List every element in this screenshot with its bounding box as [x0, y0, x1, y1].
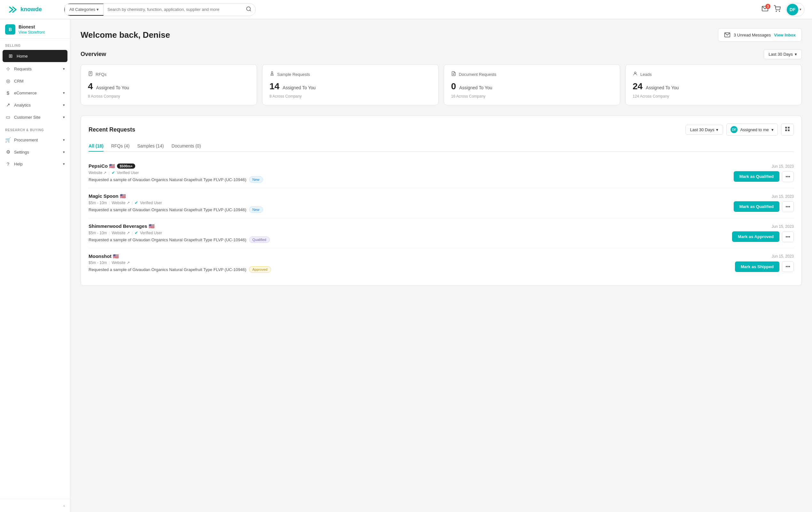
leads-label: Leads — [640, 72, 651, 77]
rfqs-company-stat: 8 Across Company — [88, 94, 250, 99]
more-options-button[interactable]: ••• — [782, 171, 794, 182]
request-description-magic-spoon: Requested a sample of Givaudan Organics … — [89, 207, 729, 213]
documents-assigned-label: Assigned To You — [459, 85, 492, 90]
search-category-dropdown[interactable]: All Categories ▾ — [64, 3, 104, 16]
tab-rfqs[interactable]: RFQs (4) — [111, 141, 130, 152]
view-inbox-link[interactable]: View Inbox — [774, 33, 796, 37]
chevron-down-icon: ▾ — [772, 127, 774, 132]
requests-icon: ⊹ — [5, 66, 11, 72]
website-link[interactable]: Website ↗ — [112, 261, 129, 265]
leads-icon — [633, 71, 638, 77]
recent-requests-title: Recent Requests — [89, 127, 135, 133]
sidebar-item-ecommerce[interactable]: $ eCommerce ▾ — [0, 87, 70, 99]
help-icon: ? — [5, 161, 11, 167]
samples-assigned-label: Assigned To You — [283, 85, 316, 90]
tab-documents[interactable]: Documents (0) — [172, 141, 201, 152]
overview-period-label: Last 30 Days — [768, 52, 793, 57]
svg-rect-14 — [785, 127, 787, 128]
request-info-magic-spoon: Magic Spoon 🇺🇸 $5m - 10m | Website ↗ | ✔… — [89, 193, 729, 213]
tab-all[interactable]: All (18) — [89, 141, 104, 152]
verified-icon: ✔ — [135, 231, 138, 235]
request-meta-pepsico: Website ↗ | ✔ Verified User — [89, 170, 729, 175]
recent-requests-section: Recent Requests Last 30 Days ▾ DF Assign… — [81, 115, 802, 286]
grid-view-button[interactable] — [781, 124, 794, 136]
sidebar-item-crm[interactable]: ◎ CRM — [0, 75, 70, 87]
overview-title: Overview — [81, 51, 106, 58]
request-right-shimmerwood: Jun 15, 2023 Mark as Approved ••• — [732, 224, 794, 242]
documents-label: Document Requests — [459, 72, 496, 77]
overview-cards: RFQs 4 Assigned To You 8 Across Company … — [81, 64, 802, 105]
search-button[interactable] — [242, 3, 255, 16]
tab-samples[interactable]: Samples (14) — [137, 141, 164, 152]
list-item: Magic Spoon 🇺🇸 $5m - 10m | Website ↗ | ✔… — [89, 188, 794, 218]
sidebar-item-analytics[interactable]: ↗ Analytics ▾ — [0, 99, 70, 111]
leads-company-stat: 124 Across Company — [633, 94, 794, 99]
request-right-magic-spoon: Jun 15, 2023 Mark as Qualified ••• — [734, 194, 794, 212]
assigned-to-me-dropdown[interactable]: DF Assigned to me ▾ — [726, 124, 778, 136]
documents-company-stat: 16 Across Company — [451, 94, 613, 99]
svg-rect-17 — [788, 130, 790, 131]
sidebar-item-label: Customer Site — [14, 115, 40, 120]
card-header-leads: Leads — [633, 71, 794, 77]
sidebar-item-label: Help — [14, 162, 23, 166]
chevron-down-icon: ▾ — [800, 7, 802, 11]
sidebar-item-procurement[interactable]: 🛒 Procurement ▾ — [0, 134, 70, 146]
sidebar-brand: B Bionest View Storefront — [0, 19, 70, 39]
request-actions-pepsico: Mark as Qualified ••• — [734, 171, 794, 182]
list-item: Shimmerwood Beverages 🇺🇸 $5m - 10m | Web… — [89, 218, 794, 248]
request-date-magic-spoon: Jun 15, 2023 — [765, 194, 794, 199]
category-label: All Categories — [69, 7, 95, 12]
search-icon — [246, 6, 252, 12]
verified-icon: ✔ — [112, 170, 115, 175]
assigned-avatar: DF — [730, 126, 737, 133]
svg-point-3 — [779, 11, 780, 11]
mark-as-shipped-button[interactable]: Mark as Shipped — [735, 262, 779, 272]
more-options-button[interactable]: ••• — [782, 231, 794, 242]
mail-button[interactable]: 3 — [761, 5, 768, 14]
brand-name: Bionest — [19, 24, 45, 29]
recent-period-dropdown[interactable]: Last 30 Days ▾ — [686, 125, 723, 135]
sidebar: B Bionest View Storefront SELLING ⊞ Home… — [0, 19, 70, 512]
mark-as-qualified-button[interactable]: Mark as Qualified — [734, 201, 780, 212]
company-name-shimmerwood: Shimmerwood Beverages 🇺🇸 — [89, 223, 727, 229]
mark-as-approved-button[interactable]: Mark as Approved — [732, 231, 779, 242]
verified-label: Verified User — [140, 200, 162, 205]
sidebar-item-home[interactable]: ⊞ Home — [3, 50, 67, 62]
view-storefront-link[interactable]: View Storefront — [19, 30, 45, 34]
website-link[interactable]: Website ↗ — [112, 200, 129, 205]
cart-button[interactable] — [774, 5, 781, 14]
sidebar-item-customer-site[interactable]: ▭ Customer Site ▾ — [0, 111, 70, 123]
mark-as-qualified-button[interactable]: Mark as Qualified — [734, 171, 780, 182]
logo-text: knowde — [21, 6, 42, 13]
card-header-rfqs: RFQs — [88, 71, 250, 77]
svg-point-2 — [776, 11, 777, 11]
chevron-down-icon: ▾ — [795, 52, 797, 57]
mail-icon — [724, 32, 730, 38]
svg-point-13 — [634, 72, 636, 74]
search-input[interactable] — [104, 3, 242, 16]
procurement-icon: 🛒 — [5, 137, 11, 143]
overview-period-dropdown[interactable]: Last 30 Days ▾ — [764, 49, 802, 59]
grid-icon — [784, 126, 790, 132]
request-right-pepsico: Jun 15, 2023 Mark as Qualified ••• — [734, 164, 794, 182]
sidebar-collapse-button[interactable]: ‹ — [0, 499, 70, 512]
sidebar-item-label: Requests — [14, 66, 32, 71]
request-description-pepsico: Requested a sample of Givaudan Organics … — [89, 176, 729, 183]
request-meta-shimmerwood: $5m - 10m | Website ↗ | ✔ Verified User — [89, 231, 727, 235]
more-options-button[interactable]: ••• — [782, 261, 794, 272]
samples-stat: 14 — [269, 81, 280, 91]
sidebar-item-settings[interactable]: ⚙ Settings ▾ — [0, 146, 70, 158]
rfqs-assigned-label: Assigned To You — [96, 85, 129, 90]
website-link[interactable]: Website ↗ — [112, 231, 129, 235]
request-info-moonshot: Moonshot 🇺🇸 $5m - 10m | Website ↗ Reques… — [89, 253, 730, 273]
top-navigation: knowde All Categories ▾ 3 DF ▾ — [0, 0, 812, 19]
request-actions-magic-spoon: Mark as Qualified ••• — [734, 201, 794, 212]
verified-label: Verified User — [140, 231, 162, 235]
more-options-button[interactable]: ••• — [782, 201, 794, 212]
user-avatar-dropdown[interactable]: DF ▾ — [786, 3, 804, 16]
sidebar-item-requests[interactable]: ⊹ Requests ▾ — [0, 63, 70, 75]
sidebar-item-help[interactable]: ? Help ▾ — [0, 158, 70, 170]
svg-point-0 — [246, 7, 250, 10]
website-link[interactable]: Website ↗ — [89, 170, 107, 175]
search-bar: All Categories ▾ — [64, 3, 256, 16]
